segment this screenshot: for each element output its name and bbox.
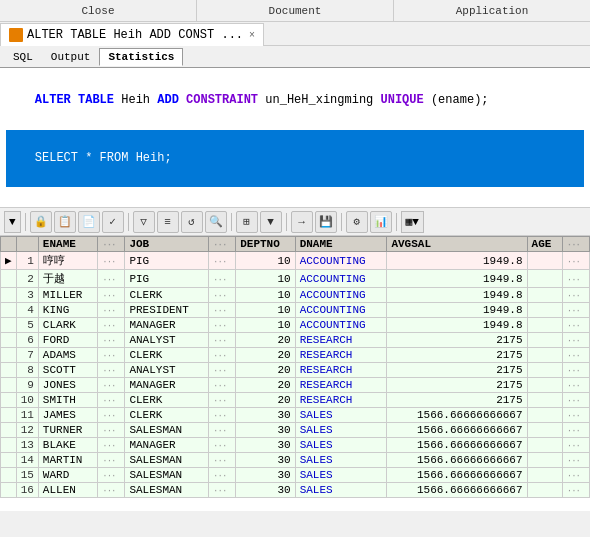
cell-avgsal[interactable]: 1566.66666666667	[387, 453, 527, 468]
cell-age[interactable]	[527, 453, 562, 468]
cell-job[interactable]: MANAGER	[125, 378, 209, 393]
toolbar-lock-btn[interactable]: 🔒	[30, 211, 52, 233]
cell-dname[interactable]: RESEARCH	[295, 393, 387, 408]
table-row[interactable]: 2 于越 ··· PIG ··· 10 ACCOUNTING 1949.8 ··…	[1, 270, 590, 288]
cell-dname[interactable]: RESEARCH	[295, 333, 387, 348]
cell-deptno[interactable]: 10	[236, 288, 295, 303]
table-row[interactable]: 15 WARD ··· SALESMAN ··· 30 SALES 1566.6…	[1, 468, 590, 483]
toolbar-dropdown-2[interactable]: ▦▼	[401, 211, 424, 233]
cell-deptno[interactable]: 10	[236, 252, 295, 270]
table-row[interactable]: 5 CLARK ··· MANAGER ··· 10 ACCOUNTING 19…	[1, 318, 590, 333]
cell-job[interactable]: CLERK	[125, 288, 209, 303]
toolbar-export-btn[interactable]: →	[291, 211, 313, 233]
toolbar-copy-btn[interactable]: 📋	[54, 211, 76, 233]
cell-ename[interactable]: MILLER	[38, 288, 97, 303]
cell-job[interactable]: SALESMAN	[125, 453, 209, 468]
cell-job[interactable]: CLERK	[125, 408, 209, 423]
cell-dname[interactable]: SALES	[295, 423, 387, 438]
cell-ename[interactable]: TURNER	[38, 423, 97, 438]
cell-job[interactable]: ANALYST	[125, 363, 209, 378]
cell-ename[interactable]: SCOTT	[38, 363, 97, 378]
tab-output[interactable]: Output	[42, 48, 100, 66]
cell-age[interactable]	[527, 393, 562, 408]
cell-job[interactable]: SALESMAN	[125, 468, 209, 483]
cell-age[interactable]	[527, 423, 562, 438]
top-bar-document[interactable]: Document	[197, 0, 394, 21]
cell-deptno[interactable]: 20	[236, 363, 295, 378]
toolbar-search-btn[interactable]: 🔍	[205, 211, 227, 233]
cell-age[interactable]	[527, 483, 562, 498]
cell-dname[interactable]: RESEARCH	[295, 348, 387, 363]
cell-deptno[interactable]: 20	[236, 348, 295, 363]
toolbar-down-btn[interactable]: ▼	[260, 211, 282, 233]
cell-job[interactable]: CLERK	[125, 348, 209, 363]
cell-avgsal[interactable]: 2175	[387, 333, 527, 348]
table-row[interactable]: 6 FORD ··· ANALYST ··· 20 RESEARCH 2175 …	[1, 333, 590, 348]
table-row[interactable]: 14 MARTIN ··· SALESMAN ··· 30 SALES 1566…	[1, 453, 590, 468]
table-row[interactable]: ▶ 1 哼哼 ··· PIG ··· 10 ACCOUNTING 1949.8 …	[1, 252, 590, 270]
cell-deptno[interactable]: 30	[236, 438, 295, 453]
cell-deptno[interactable]: 20	[236, 393, 295, 408]
table-row[interactable]: 8 SCOTT ··· ANALYST ··· 20 RESEARCH 2175…	[1, 363, 590, 378]
cell-dname[interactable]: ACCOUNTING	[295, 318, 387, 333]
top-bar-close[interactable]: Close	[0, 0, 197, 21]
cell-ename[interactable]: 哼哼	[38, 252, 97, 270]
cell-avgsal[interactable]: 1949.8	[387, 318, 527, 333]
cell-job[interactable]: PRESIDENT	[125, 303, 209, 318]
cell-job[interactable]: PIG	[125, 252, 209, 270]
cell-dname[interactable]: SALES	[295, 408, 387, 423]
cell-avgsal[interactable]: 1949.8	[387, 303, 527, 318]
cell-avgsal[interactable]: 1566.66666666667	[387, 483, 527, 498]
toolbar-filter-btn[interactable]: ▽	[133, 211, 155, 233]
table-row[interactable]: 4 KING ··· PRESIDENT ··· 10 ACCOUNTING 1…	[1, 303, 590, 318]
cell-dname[interactable]: ACCOUNTING	[295, 303, 387, 318]
table-row[interactable]: 7 ADAMS ··· CLERK ··· 20 RESEARCH 2175 ·…	[1, 348, 590, 363]
cell-dname[interactable]: SALES	[295, 483, 387, 498]
tab-statistics[interactable]: Statistics	[99, 48, 183, 66]
cell-dname[interactable]: ACCOUNTING	[295, 252, 387, 270]
cell-job[interactable]: MANAGER	[125, 318, 209, 333]
data-grid[interactable]: ENAME ··· JOB ··· DEPTNO DNAME AVGSAL AG…	[0, 236, 590, 511]
cell-avgsal[interactable]: 2175	[387, 363, 527, 378]
cell-deptno[interactable]: 10	[236, 303, 295, 318]
cell-dname[interactable]: RESEARCH	[295, 363, 387, 378]
col-ename[interactable]: ENAME	[38, 237, 97, 252]
cell-ename[interactable]: WARD	[38, 468, 97, 483]
cell-ename[interactable]: FORD	[38, 333, 97, 348]
cell-deptno[interactable]: 20	[236, 333, 295, 348]
cell-age[interactable]	[527, 252, 562, 270]
cell-job[interactable]: SALESMAN	[125, 483, 209, 498]
cell-dname[interactable]: RESEARCH	[295, 378, 387, 393]
tab-sql[interactable]: SQL	[4, 48, 42, 66]
cell-avgsal[interactable]: 1949.8	[387, 252, 527, 270]
toolbar-sort-btn[interactable]: ≡	[157, 211, 179, 233]
cell-ename[interactable]: KING	[38, 303, 97, 318]
cell-age[interactable]	[527, 303, 562, 318]
sql-editor[interactable]: ALTER TABLE Heih ADD CONSTRAINT un_HeH_x…	[0, 68, 590, 208]
cell-job[interactable]: CLERK	[125, 393, 209, 408]
cell-dname[interactable]: SALES	[295, 468, 387, 483]
table-row[interactable]: 16 ALLEN ··· SALESMAN ··· 30 SALES 1566.…	[1, 483, 590, 498]
toolbar-grid-btn[interactable]: ⊞	[236, 211, 258, 233]
cell-age[interactable]	[527, 468, 562, 483]
cell-age[interactable]	[527, 378, 562, 393]
cell-age[interactable]	[527, 333, 562, 348]
col-job[interactable]: JOB	[125, 237, 209, 252]
cell-avgsal[interactable]: 1566.66666666667	[387, 423, 527, 438]
table-row[interactable]: 13 BLAKE ··· MANAGER ··· 30 SALES 1566.6…	[1, 438, 590, 453]
cell-ename[interactable]: MARTIN	[38, 453, 97, 468]
cell-job[interactable]: SALESMAN	[125, 423, 209, 438]
cell-deptno[interactable]: 30	[236, 408, 295, 423]
toolbar-settings-btn[interactable]: ⚙	[346, 211, 368, 233]
col-age[interactable]: AGE	[527, 237, 562, 252]
cell-avgsal[interactable]: 1949.8	[387, 288, 527, 303]
table-row[interactable]: 12 TURNER ··· SALESMAN ··· 30 SALES 1566…	[1, 423, 590, 438]
toolbar-chart-btn[interactable]: 📊	[370, 211, 392, 233]
toolbar-save-btn[interactable]: 💾	[315, 211, 337, 233]
cell-ename[interactable]: JAMES	[38, 408, 97, 423]
cell-dname[interactable]: ACCOUNTING	[295, 270, 387, 288]
table-row[interactable]: 11 JAMES ··· CLERK ··· 30 SALES 1566.666…	[1, 408, 590, 423]
cell-ename[interactable]: 于越	[38, 270, 97, 288]
cell-avgsal[interactable]: 1566.66666666667	[387, 468, 527, 483]
toolbar-check-btn[interactable]: ✓	[102, 211, 124, 233]
